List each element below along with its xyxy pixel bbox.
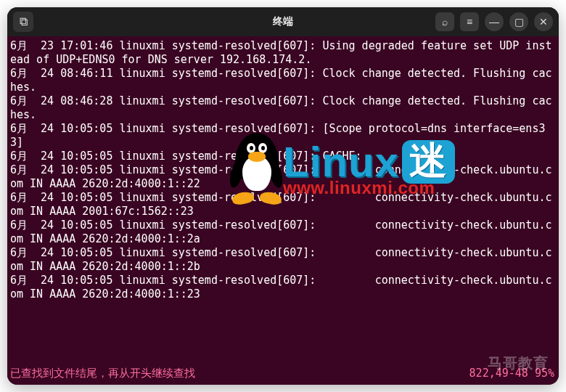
maximize-icon: ▢	[514, 16, 524, 28]
minimize-icon: —	[489, 16, 499, 28]
maximize-button[interactable]: ▢	[509, 12, 528, 31]
close-icon: ✕	[539, 16, 548, 28]
log-line: 6月 23 17:01:46 linuxmi systemd-resolved[…	[10, 39, 554, 67]
close-button[interactable]: ✕	[534, 12, 553, 31]
log-line: 6月 24 08:46:11 linuxmi systemd-resolved[…	[10, 67, 554, 94]
search-button[interactable]: ⌕	[435, 12, 454, 31]
terminal-body[interactable]: 6月 23 17:01:46 linuxmi systemd-resolved[…	[7, 36, 559, 385]
new-tab-button[interactable]: ⧉	[13, 12, 33, 32]
terminal-output: 6月 23 17:01:46 linuxmi systemd-resolved[…	[10, 39, 554, 301]
less-status-line: 已查找到文件结尾，再从开头继续查找 822,49-48 95%	[10, 367, 554, 380]
log-line: 6月 24 10:05:05 linuxmi systemd-resolved[…	[10, 191, 554, 219]
titlebar-right: ⌕ ≡ — ▢ ✕	[435, 12, 553, 31]
log-line: 6月 24 10:05:05 linuxmi systemd-resolved[…	[10, 163, 554, 191]
status-position: 822,49-48 95%	[469, 367, 554, 380]
new-tab-icon: ⧉	[20, 15, 28, 28]
minimize-button[interactable]: —	[485, 12, 504, 31]
log-line: 6月 24 10:05:05 linuxmi systemd-resolved[…	[10, 150, 554, 163]
menu-button[interactable]: ≡	[460, 12, 479, 31]
titlebar-left: ⧉	[13, 12, 33, 32]
log-line: 6月 24 10:05:05 linuxmi systemd-resolved[…	[10, 274, 554, 301]
log-line: 6月 24 10:05:05 linuxmi systemd-resolved[…	[10, 122, 554, 150]
log-line: 6月 24 10:05:05 linuxmi systemd-resolved[…	[10, 246, 554, 274]
terminal-window: ⧉ 终端 ⌕ ≡ — ▢ ✕ 6月 23 17:01:46 linuxmi sy…	[7, 7, 559, 385]
status-message: 已查找到文件结尾，再从开头继续查找	[10, 367, 195, 380]
log-line: 6月 24 08:46:28 linuxmi systemd-resolved[…	[10, 94, 554, 122]
search-icon: ⌕	[442, 16, 448, 28]
hamburger-icon: ≡	[467, 16, 472, 28]
titlebar: ⧉ 终端 ⌕ ≡ — ▢ ✕	[7, 7, 559, 36]
log-line: 6月 24 10:05:05 linuxmi systemd-resolved[…	[10, 219, 554, 246]
